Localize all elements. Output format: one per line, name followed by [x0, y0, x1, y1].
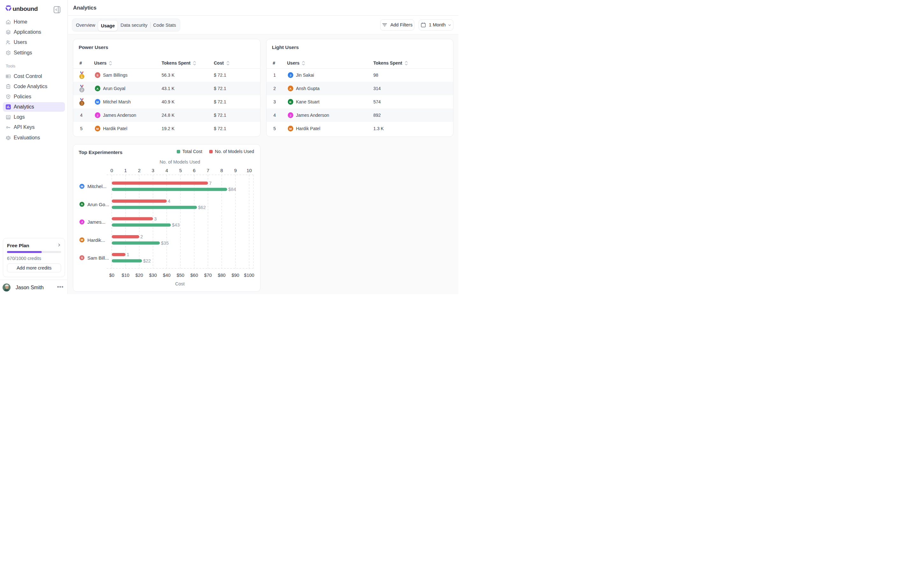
- svg-text:1: 1: [126, 252, 129, 257]
- svg-text:$30: $30: [149, 273, 157, 278]
- svg-text:M: M: [81, 184, 83, 188]
- svg-text:$20: $20: [135, 273, 143, 278]
- svg-text:3: 3: [154, 216, 156, 221]
- svg-text:3: 3: [81, 102, 83, 105]
- svg-text:$50: $50: [177, 273, 184, 278]
- svg-text:A: A: [81, 202, 83, 206]
- svg-text:6: 6: [193, 168, 195, 173]
- svg-text:10: 10: [246, 168, 252, 173]
- svg-text:Arun Go...: Arun Go...: [87, 202, 109, 207]
- svg-text:$100: $100: [244, 273, 254, 278]
- svg-text:M: M: [81, 238, 83, 241]
- svg-text:1: 1: [124, 168, 127, 173]
- svg-text:$90: $90: [232, 273, 239, 278]
- svg-text:3: 3: [152, 168, 154, 173]
- svg-text:8: 8: [220, 168, 223, 173]
- svg-text:J: J: [81, 220, 83, 223]
- svg-text:7: 7: [209, 180, 211, 186]
- svg-text:$60: $60: [190, 273, 198, 278]
- svg-text:Hardik...: Hardik...: [87, 237, 105, 242]
- svg-text:2: 2: [140, 234, 143, 239]
- svg-text:$10: $10: [122, 273, 129, 278]
- svg-text:2: 2: [81, 88, 83, 92]
- svg-text:2: 2: [138, 168, 141, 173]
- svg-text:$43: $43: [172, 222, 180, 228]
- svg-text:$35: $35: [161, 240, 168, 245]
- svg-text:$80: $80: [218, 273, 225, 278]
- svg-text:Sam Bill...: Sam Bill...: [87, 255, 109, 260]
- svg-text:$22: $22: [143, 258, 151, 263]
- svg-text:4: 4: [168, 199, 170, 204]
- svg-text:$0: $0: [109, 273, 114, 278]
- svg-text:S: S: [81, 256, 83, 259]
- svg-text:7: 7: [206, 168, 209, 173]
- svg-text:James...: James...: [87, 219, 105, 225]
- svg-text:$84: $84: [228, 187, 236, 192]
- svg-text:9: 9: [234, 168, 237, 173]
- svg-text:$62: $62: [198, 205, 206, 210]
- svg-text:1: 1: [81, 75, 83, 79]
- svg-text:$70: $70: [204, 273, 211, 278]
- svg-text:$40: $40: [163, 273, 170, 278]
- svg-text:4: 4: [165, 168, 168, 173]
- svg-text:Cost: Cost: [175, 281, 185, 286]
- svg-text:5: 5: [179, 168, 181, 173]
- svg-text:0: 0: [110, 168, 113, 173]
- svg-text:Mitchel...: Mitchel...: [87, 184, 106, 189]
- svg-text:No. of Models Used: No. of Models Used: [160, 160, 200, 165]
